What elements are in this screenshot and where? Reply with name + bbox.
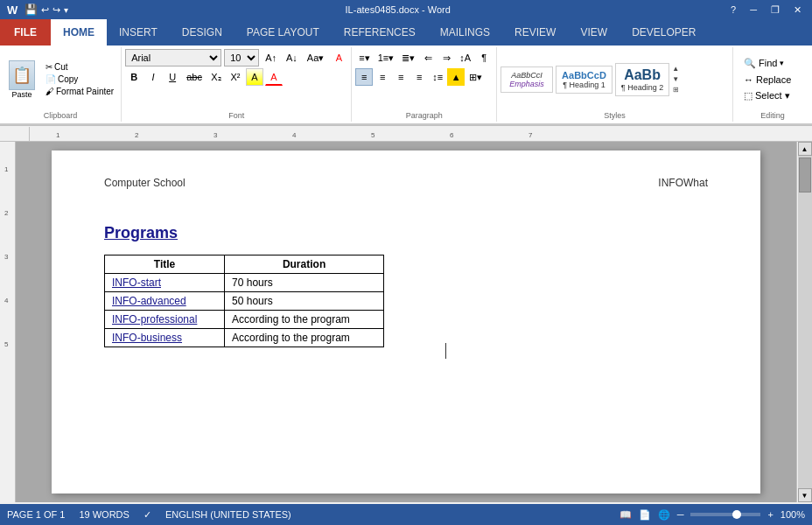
paste-label: Paste — [11, 90, 32, 99]
undo-icon[interactable]: ↩ — [41, 4, 49, 16]
bold-button[interactable]: B — [125, 68, 143, 86]
svg-text:6: 6 — [450, 131, 454, 139]
align-center-btn[interactable]: ≡ — [374, 68, 391, 86]
decrease-font-btn[interactable]: A↓ — [283, 49, 301, 66]
format-painter-button[interactable]: 🖌 Format Painter — [42, 86, 117, 97]
tab-references[interactable]: REFERENCES — [332, 19, 428, 46]
bullets-btn[interactable]: ≡▾ — [355, 49, 373, 66]
minimize-btn[interactable]: ─ — [746, 4, 760, 15]
paste-button[interactable]: 📋 Paste — [4, 57, 40, 102]
language-info[interactable]: ENGLISH (UNITED STATES) — [165, 509, 291, 520]
restore-btn[interactable]: ❐ — [767, 4, 783, 16]
subscript-button[interactable]: X₂ — [207, 68, 225, 86]
table-cell-title-3: INFO-professional — [105, 311, 225, 329]
increase-indent-btn[interactable]: ⇒ — [438, 49, 455, 66]
font-color-btn[interactable]: A — [265, 68, 283, 86]
style-emphasis[interactable]: AaBbCcI Emphasis — [500, 66, 553, 93]
plus-zoom-btn[interactable]: + — [767, 509, 773, 520]
save-icon[interactable]: 💾 — [24, 4, 38, 16]
clipboard-label: Clipboard — [4, 111, 117, 120]
page-info: PAGE 1 OF 1 — [7, 509, 65, 520]
close-btn[interactable]: ✕ — [790, 4, 805, 16]
tab-home[interactable]: HOME — [51, 19, 107, 46]
styles-expand[interactable]: ⊞ — [672, 85, 679, 95]
scroll-down-btn[interactable]: ▼ — [798, 488, 812, 502]
ruler-scale: 1 2 3 4 5 6 7 — [30, 127, 808, 141]
document-page[interactable]: Computer School INFOWhat Programs Title … — [52, 150, 760, 494]
multilevel-list-btn[interactable]: ≣▾ — [398, 49, 418, 66]
tab-design[interactable]: DESIGN — [170, 19, 234, 46]
sort-btn[interactable]: ↕A — [456, 49, 474, 66]
italic-button[interactable]: I — [144, 68, 162, 86]
align-right-btn[interactable]: ≡ — [392, 68, 410, 86]
status-bar: PAGE 1 OF 1 19 WORDS ✓ ENGLISH (UNITED S… — [0, 504, 812, 525]
svg-text:2: 2 — [135, 131, 139, 139]
clear-format-btn[interactable]: A — [330, 49, 347, 66]
table-row: INFO-business According to the program — [105, 329, 384, 347]
styles-scroll-down[interactable]: ▼ — [672, 74, 679, 85]
styles-scroll: ▲ ▼ ⊞ — [672, 62, 679, 97]
show-hide-btn[interactable]: ¶ — [475, 49, 493, 66]
font-size-select[interactable]: 10 — [224, 49, 259, 66]
table-cell-duration-3: According to the program — [225, 311, 384, 329]
clipboard-group: 📋 Paste ✂ Cut 📄 Copy 🖌 Format Painter Cl… — [0, 47, 122, 122]
web-layout-icon[interactable]: 🌐 — [658, 509, 670, 521]
redo-icon[interactable]: ↪ — [52, 4, 60, 16]
svg-text:2: 2 — [4, 209, 9, 217]
increase-font-btn[interactable]: A↑ — [262, 49, 280, 66]
shading-btn[interactable]: ▲ — [447, 68, 465, 86]
style-heading2[interactable]: AaBb ¶ Heading 2 — [615, 63, 669, 96]
document-heading: Programs — [104, 224, 708, 242]
cut-button[interactable]: ✂ Cut — [42, 61, 117, 73]
left-ruler: 1 2 3 4 5 — [0, 142, 16, 502]
spelling-icon[interactable]: ✓ — [144, 509, 151, 521]
svg-text:7: 7 — [528, 131, 533, 139]
numbering-btn[interactable]: 1≡▾ — [374, 49, 398, 66]
style-heading1[interactable]: AaBbCcD ¶ Heading 1 — [556, 66, 612, 94]
borders-btn[interactable]: ⊞▾ — [466, 68, 486, 86]
print-layout-icon[interactable]: 📄 — [639, 509, 651, 521]
help-btn[interactable]: ? — [727, 4, 739, 15]
align-left-btn[interactable]: ≡ — [355, 68, 373, 86]
decrease-indent-btn[interactable]: ⇐ — [419, 49, 437, 66]
tab-review[interactable]: REVIEW — [502, 19, 568, 46]
highlight-btn[interactable]: A — [246, 68, 263, 86]
tab-developer[interactable]: DEVELOPER — [620, 19, 708, 46]
tab-view[interactable]: VIEW — [568, 19, 620, 46]
tab-page-layout[interactable]: PAGE LAYOUT — [234, 19, 332, 46]
paste-icon: 📋 — [9, 60, 35, 90]
zoom-level[interactable]: 100% — [780, 509, 805, 520]
zoom-slider[interactable] — [690, 513, 760, 516]
scroll-thumb[interactable] — [799, 158, 811, 192]
copy-button[interactable]: 📄 Copy — [42, 74, 117, 85]
header-left: Computer School — [104, 177, 186, 189]
font-name-select[interactable]: Arial — [125, 49, 221, 66]
replace-button[interactable]: ↔ Replace — [740, 73, 805, 87]
scroll-up-btn[interactable]: ▲ — [798, 142, 812, 156]
read-mode-icon[interactable]: 📖 — [620, 509, 632, 521]
cut-copy-group: ✂ Cut 📄 Copy 🖌 Format Painter — [42, 61, 117, 97]
document-area[interactable]: Computer School INFOWhat Programs Title … — [16, 142, 796, 502]
find-button[interactable]: 🔍 Find ▾ — [740, 56, 805, 71]
word-icon[interactable]: W — [7, 4, 18, 17]
scroll-track[interactable] — [798, 156, 812, 488]
underline-button[interactable]: U — [164, 68, 181, 86]
change-case-btn[interactable]: Aa▾ — [304, 49, 327, 66]
tab-mailings[interactable]: MAILINGS — [428, 19, 502, 46]
superscript-button[interactable]: X² — [227, 68, 244, 86]
minus-zoom-btn[interactable]: ─ — [677, 509, 684, 520]
vertical-scrollbar[interactable]: ▲ ▼ — [796, 142, 812, 502]
ruler-ticks: 1 2 3 4 5 6 7 — [30, 127, 808, 141]
status-right: 📖 📄 🌐 ─ + 100% — [620, 509, 805, 521]
tab-file[interactable]: FILE — [0, 19, 51, 46]
justify-btn[interactable]: ≡ — [410, 68, 428, 86]
svg-text:3: 3 — [4, 253, 9, 261]
paragraph-group: ≡▾ 1≡▾ ≣▾ ⇐ ⇒ ↕A ¶ ≡ ≡ ≡ ≡ ↕≡ ▲ ⊞▾ Parag… — [352, 47, 497, 122]
tab-insert[interactable]: INSERT — [107, 19, 170, 46]
ruler-corner — [16, 127, 30, 141]
select-button[interactable]: ⬚ Select ▾ — [740, 88, 805, 103]
strikethrough-button[interactable]: abc — [183, 68, 206, 86]
svg-text:4: 4 — [292, 131, 297, 139]
line-spacing-btn[interactable]: ↕≡ — [429, 68, 446, 86]
styles-scroll-up[interactable]: ▲ — [672, 64, 679, 74]
